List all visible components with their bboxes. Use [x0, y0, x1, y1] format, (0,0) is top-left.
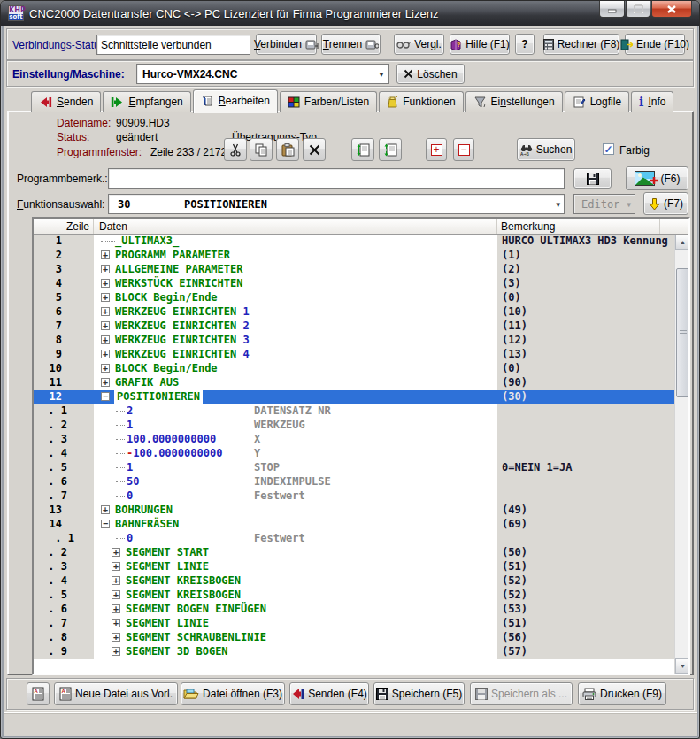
function-select[interactable]: 30 POSITIONIEREN ▼ — [108, 194, 565, 214]
table-row[interactable]: . 2+SEGMENT START(50) — [34, 546, 674, 560]
table-row[interactable]: . 21WERKZEUG — [34, 419, 674, 433]
expand-plus-icon[interactable]: + — [101, 279, 110, 288]
table-row[interactable]: 8+WERKZEUG EINRICHTEN 3(12) — [34, 334, 674, 348]
table-row[interactable]: . 4-100.0000000000Y — [34, 447, 674, 461]
expand-all-button[interactable]: + — [426, 138, 447, 161]
column-header-bemerkung[interactable]: Bemerkung — [497, 219, 660, 234]
exit-button[interactable]: Ende (F10) — [625, 34, 685, 55]
vertical-scrollbar[interactable]: ▲ ▼ — [674, 235, 688, 674]
table-row[interactable]: . 10Festwert — [34, 532, 674, 546]
row-data-cell[interactable]: 0Festwert — [94, 489, 497, 504]
row-data-cell[interactable]: 50INDEXIMPULSE — [94, 475, 497, 489]
calculator-button[interactable]: Rechner (F8) — [543, 34, 619, 55]
row-data-cell[interactable]: +ALLGEMEINE PARAMETER — [94, 263, 497, 277]
row-data-cell[interactable]: +SEGMENT SCHRAUBENLINIE — [94, 631, 497, 645]
cut-button[interactable] — [224, 138, 247, 161]
table-row[interactable]: . 6+SEGMENT BOGEN EINFÜGEN(53) — [34, 603, 674, 617]
tree-node-label[interactable]: BOHRUNGEN — [115, 504, 173, 516]
expand-plus-icon[interactable]: + — [112, 633, 120, 642]
expand-plus-icon[interactable]: + — [112, 576, 120, 585]
tree-node-label[interactable]: WERKSTÜCK EINRICHTEN — [115, 277, 243, 289]
row-data-cell[interactable]: +WERKSTÜCK EINRICHTEN — [94, 277, 497, 291]
column-header-daten[interactable]: Daten — [94, 219, 497, 234]
row-data-cell[interactable]: −BAHNFRÄSEN — [94, 518, 497, 532]
tree-node-label[interactable]: POSITIONIEREN — [115, 390, 202, 403]
row-data-cell[interactable]: +WERKZEUG EINRICHTEN 4 — [94, 348, 497, 362]
table-row[interactable]: . 7+SEGMENT LINIE(51) — [34, 617, 674, 631]
copy-button[interactable] — [250, 138, 273, 161]
table-row[interactable]: . 12DATENSATZ NR — [34, 404, 674, 419]
maximize-button[interactable] — [626, 1, 650, 18]
help-button[interactable]: ? Hilfe (F1) — [450, 34, 510, 55]
row-data-cell[interactable]: +SEGMENT START — [94, 546, 497, 560]
tree-node-label[interactable]: SEGMENT START — [126, 546, 209, 558]
row-data-cell[interactable]: +PROGRAMM PARAMETER — [94, 249, 497, 263]
tree-node-label[interactable]: WERKZEUG EINRICHTEN 4 — [115, 348, 250, 360]
expand-plus-icon[interactable]: + — [112, 619, 120, 627]
color-checkbox[interactable]: ✓ — [603, 143, 614, 155]
tab-logfile[interactable]: Logfile — [565, 91, 629, 112]
tree-node-label[interactable]: SEGMENT LINIE — [126, 617, 209, 629]
table-row[interactable]: . 8+SEGMENT SCHRAUBENLINIE(56) — [34, 631, 674, 645]
tree-node-label[interactable]: BAHNFRÄSEN — [115, 518, 179, 530]
collapse-minus-icon[interactable]: − — [101, 520, 110, 528]
table-row[interactable]: 7+WERKZEUG EINRICHTEN 2(11) — [34, 319, 674, 334]
row-data-cell[interactable]: +SEGMENT 3D BOGEN — [94, 645, 497, 659]
insert-row-button[interactable] — [351, 138, 374, 161]
context-help-button[interactable]: ? — [515, 34, 535, 55]
expand-plus-icon[interactable]: + — [101, 364, 110, 373]
tree-node-label[interactable]: WERKZEUG EINRICHTEN 2 — [115, 319, 250, 332]
tab-empfangen[interactable]: Empfangen — [103, 91, 190, 112]
tree-node-label[interactable]: SEGMENT LINIE — [126, 560, 209, 573]
row-data-cell[interactable]: −POSITIONIEREN — [94, 390, 497, 404]
machine-select[interactable]: Hurco-VMX24.CNC ▼ — [136, 64, 389, 84]
new-file-button[interactable]: A — [27, 682, 50, 705]
row-data-cell[interactable]: +WERKZEUG EINRICHTEN 1 — [94, 305, 497, 319]
scroll-right-icon[interactable]: ▶ — [677, 674, 690, 675]
delete-line-button[interactable] — [303, 138, 326, 161]
expand-plus-icon[interactable]: + — [101, 293, 110, 302]
row-data-cell[interactable]: +SEGMENT BOGEN EINFÜGEN — [94, 603, 497, 617]
table-row[interactable]: 12−POSITIONIEREN(30) — [34, 390, 674, 404]
table-row[interactable]: . 9+SEGMENT 3D BOGEN(57) — [34, 645, 674, 659]
tree-node-label[interactable]: WERKZEUG EINRICHTEN 3 — [115, 334, 250, 346]
chevron-down-icon[interactable]: ▼ — [378, 70, 385, 78]
expand-plus-icon[interactable]: + — [112, 590, 120, 599]
tab-bearbeiten[interactable]: Bearbeiten — [193, 89, 278, 113]
tab-einstellungen[interactable]: Einstellungen — [465, 91, 563, 112]
tree-node-label[interactable]: _ULTIMAX3_ — [115, 235, 179, 247]
new-file-from-template-button[interactable]: A Neue Datei aus Vorl. — [54, 682, 178, 705]
table-row[interactable]: . 5+SEGMENT KREISBOGEN(52) — [34, 589, 674, 603]
horizontal-scrollbar[interactable]: ◀ ▶ — [34, 674, 690, 675]
expand-plus-icon[interactable]: + — [101, 378, 110, 387]
tree-node-label[interactable]: BLOCK Begin/Ende — [115, 362, 218, 374]
picture-f6-button[interactable]: (F6) — [626, 166, 688, 190]
table-row[interactable]: 3+ALLGEMEINE PARAMETER(2) — [34, 263, 674, 277]
column-header-zeile[interactable]: Zeile — [34, 219, 94, 234]
table-row[interactable]: 14−BAHNFRÄSEN(69) — [34, 518, 674, 532]
table-row[interactable]: . 3100.0000000000X — [34, 433, 674, 447]
scroll-down-icon[interactable]: ▼ — [675, 658, 690, 674]
apply-f7-button[interactable]: (F7) — [643, 192, 688, 215]
scroll-left-icon[interactable]: ◀ — [34, 674, 49, 675]
row-data-cell[interactable]: +SEGMENT KREISBOGEN — [94, 589, 497, 603]
expand-plus-icon[interactable]: + — [101, 265, 110, 273]
row-data-cell[interactable]: +GRAFIK AUS — [94, 376, 497, 390]
tree-node-label[interactable]: SEGMENT BOGEN EINFÜGEN — [126, 603, 266, 615]
disconnect-button[interactable]: Trennen — [321, 34, 381, 55]
expand-plus-icon[interactable]: + — [101, 350, 110, 358]
table-row[interactable]: . 4+SEGMENT KREISBOGEN(52) — [34, 574, 674, 589]
expand-plus-icon[interactable]: + — [112, 647, 120, 656]
row-data-cell[interactable]: -100.0000000000Y — [94, 447, 497, 461]
row-data-cell[interactable]: +BOHRUNGEN — [94, 504, 497, 518]
row-data-cell[interactable]: 2DATENSATZ NR — [94, 404, 497, 419]
row-data-cell[interactable]: +WERKZEUG EINRICHTEN 3 — [94, 334, 497, 348]
send-button[interactable]: Senden (F4) — [289, 682, 369, 705]
open-file-button[interactable]: Datei öffnen (F3) — [181, 682, 285, 705]
minimize-button[interactable] — [599, 1, 625, 18]
row-data-cell[interactable]: 1WERKZEUG — [94, 419, 497, 433]
tree-node-label[interactable]: GRAFIK AUS — [115, 376, 179, 389]
remark-input[interactable] — [108, 168, 565, 189]
row-data-cell[interactable]: +SEGMENT LINIE — [94, 560, 497, 574]
expand-plus-icon[interactable]: + — [112, 604, 120, 613]
